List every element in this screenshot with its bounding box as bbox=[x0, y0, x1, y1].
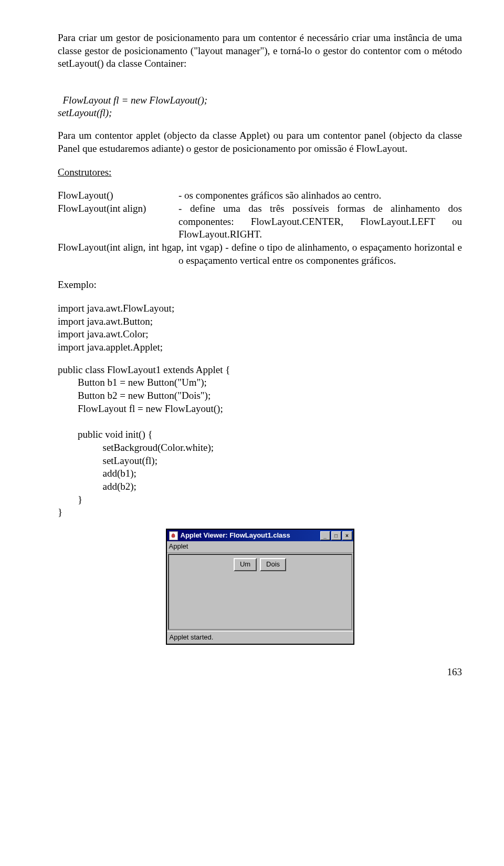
example-heading: Exemplo: bbox=[58, 279, 462, 292]
titlebar[interactable]: Applet Viewer: FlowLayout1.class _ □ × bbox=[167, 530, 353, 541]
paragraph-intro: Para criar um gestor de posicionamento p… bbox=[58, 32, 462, 70]
applet-viewer-window: Applet Viewer: FlowLayout1.class _ □ × A… bbox=[166, 529, 354, 645]
constructors-list: FlowLayout() - os componentes gráficos s… bbox=[58, 189, 462, 267]
constructors-heading: Construtores: bbox=[58, 166, 462, 179]
code-line: FlowLayout fl = new FlowLayout(); bbox=[63, 95, 208, 106]
ctor-flowlayout-desc: - os componentes gráficos são alinhados … bbox=[178, 189, 462, 202]
menubar[interactable]: Applet bbox=[167, 541, 353, 553]
code-class: public class FlowLayout1 extends Applet … bbox=[58, 364, 462, 519]
status-bar: Applet started. bbox=[167, 631, 353, 644]
applet-canvas: Um Dois bbox=[168, 554, 352, 630]
ctor-flowlayout-full: FlowLayout(int align, int hgap, int vgap… bbox=[58, 241, 462, 267]
maximize-button[interactable]: □ bbox=[331, 531, 341, 540]
menu-applet[interactable]: Applet bbox=[169, 542, 188, 550]
paragraph-applet-panel: Para um contentor applet (objecto da cla… bbox=[58, 129, 462, 155]
ctor-flowlayout-align: FlowLayout(int align) bbox=[58, 202, 178, 241]
button-dois[interactable]: Dois bbox=[260, 558, 286, 571]
ctor-flowlayout: FlowLayout() bbox=[58, 189, 178, 202]
code-imports: import java.awt.FlowLayout; import java.… bbox=[58, 302, 462, 354]
java-cup-icon bbox=[169, 531, 178, 540]
ctor-flowlayout-align-desc: - define uma das três possíveis formas d… bbox=[178, 202, 462, 241]
code-block-setlayout: FlowLayout fl = new FlowLayout(); setLay… bbox=[58, 81, 462, 120]
page-number: 163 bbox=[58, 666, 462, 679]
button-um[interactable]: Um bbox=[234, 558, 257, 571]
minimize-button[interactable]: _ bbox=[320, 531, 330, 540]
code-line: setLayout(fl); bbox=[58, 107, 112, 118]
window-title: Applet Viewer: FlowLayout1.class bbox=[181, 531, 319, 540]
close-button[interactable]: × bbox=[342, 531, 352, 540]
